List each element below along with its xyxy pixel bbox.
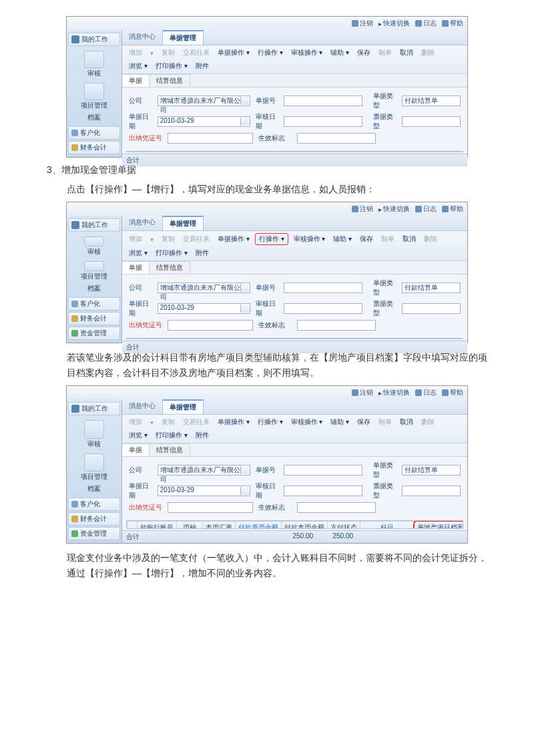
col-origamt[interactable]: 付款原币金额 [241, 152, 287, 153]
log-link[interactable]: 日志 [415, 19, 437, 28]
help-link[interactable]: 帮助 [442, 19, 463, 28]
tab-message-center[interactable]: 消息中心 [122, 216, 163, 230]
col-realestate-highlighted[interactable]: 房地产项目档案 [415, 522, 463, 530]
subtab-doc[interactable]: 单据 [122, 74, 150, 87]
tool-doc-op[interactable]: 单据操作 ▾ [215, 234, 252, 244]
tool-cancel[interactable]: 取消 [397, 47, 416, 58]
tool-aux[interactable]: 辅助 ▾ [330, 234, 354, 244]
audit-icon[interactable] [84, 236, 104, 246]
sidebar-item-project[interactable]: 项目管理 [68, 272, 120, 281]
tool-attach[interactable]: 附件 [193, 248, 212, 258]
col-rate[interactable]: 本币汇率 [208, 152, 241, 153]
sidebar-kehuhua[interactable]: 客户化 [68, 126, 120, 140]
sidebar-caiwu[interactable]: 财务会计 [68, 312, 120, 325]
logout-link[interactable]: 注销 [352, 204, 373, 214]
screenshot-2: 注销 ▸ 快速切换 日志 帮助 我的工作 审核 项目管理 档案 客户化 财务会计… [66, 202, 468, 343]
tool-browse[interactable]: 浏览 ▾ [126, 61, 150, 71]
col-subject[interactable]: 科目 [366, 152, 409, 153]
main-panel: 消息中心 单据管理 增加▾ 复制 交易往来 单据操作 ▾ 行操作 ▾ 审核操作 … [122, 30, 467, 157]
form-area: 公司 增城市通源自来水厂有限公司 单据号 单据类型 付款结算单 单据日期 201… [122, 274, 467, 337]
project-icon[interactable] [84, 261, 104, 271]
sidebar-item-audit[interactable]: 审核 [68, 69, 120, 78]
label-doctype: 单据类型 [373, 91, 396, 110]
sidebar-kehuhua[interactable]: 客户化 [68, 297, 120, 311]
help-link[interactable]: 帮助 [442, 388, 463, 397]
toolbar: 增加▾ 复制 交易往来 单据操作 ▾ 行操作 ▾ 审核操作 ▾ 辅助 ▾ 保存 … [122, 45, 467, 74]
quickswitch-link[interactable]: ▸ 快速切换 [378, 388, 410, 397]
col-realestate[interactable]: 房地产项目档案 [410, 152, 463, 153]
tool-delete: 删除 [421, 234, 440, 244]
tool-trade: 交易往来 [180, 234, 212, 244]
tool-copy[interactable]: 复制 [159, 234, 178, 244]
tool-print[interactable]: 打印操作 ▾ [153, 61, 190, 71]
label-billtype: 票据类型 [373, 112, 396, 131]
sidebar-mywork[interactable]: 我的工作 [68, 402, 120, 415]
logout-link[interactable]: 注销 [352, 388, 373, 397]
quickswitch-link[interactable]: ▸ 快速切换 [378, 204, 410, 214]
book-icon [71, 516, 78, 522]
input-doctype[interactable]: 付款结算单 [402, 96, 461, 106]
sidebar-item-audit[interactable]: 审核 [68, 247, 120, 256]
input-effectflag[interactable] [297, 133, 376, 144]
tool-audit-op[interactable]: 审核操作 ▾ [288, 47, 326, 58]
project-icon[interactable] [84, 83, 104, 100]
tool-make: 制单 [378, 234, 397, 244]
log-link[interactable]: 日志 [415, 388, 437, 397]
toolbar: 增加▾ 复制 交易往来 单据操作 ▾ 行操作 ▾ 审核操作 ▾ 辅助 ▾ 保存 … [122, 231, 467, 261]
col-currency[interactable]: 币种 [182, 152, 208, 153]
sidebar-item-archive[interactable]: 档案 [68, 113, 120, 122]
label-docdate: 单据日期 [129, 112, 152, 131]
sidebar-item-archive[interactable]: 档案 [68, 284, 120, 293]
subtab-settle[interactable]: 结算信息 [150, 74, 190, 87]
tab-message-center[interactable]: 消息中心 [122, 30, 163, 45]
tool-print[interactable]: 打印操作 ▾ [153, 248, 190, 258]
logout-link[interactable]: 注销 [352, 19, 373, 28]
tool-trade: 交易往来 [180, 47, 212, 58]
input-cashierno[interactable] [168, 133, 253, 144]
tool-doc-op[interactable]: 单据操作 ▾ [215, 47, 252, 58]
tool-aux[interactable]: 辅助 ▾ [328, 47, 352, 58]
col-paystat[interactable]: 支付状态 [333, 152, 366, 153]
tool-save[interactable]: 保存 [354, 47, 373, 58]
quickswitch-link[interactable]: ▸ 快速切换 [378, 19, 410, 28]
subtab-doc[interactable]: 单据 [122, 261, 150, 274]
audit-icon[interactable] [84, 420, 104, 439]
sidebar-item-project[interactable]: 项目管理 [68, 101, 120, 110]
titlebar: 注销 ▸ 快速切换 日志 帮助 [67, 17, 467, 30]
input-billtype[interactable] [402, 116, 461, 127]
input-docno[interactable] [284, 96, 362, 106]
project-icon[interactable] [84, 453, 104, 472]
log-link[interactable]: 日志 [415, 204, 437, 214]
subtab-settle[interactable]: 结算信息 [150, 261, 190, 274]
sidebar-mywork[interactable]: 我的工作 [68, 33, 120, 46]
tool-save[interactable]: 保存 [357, 234, 376, 244]
input-company[interactable]: 增城市通源自来水厂有限公司 [158, 96, 250, 106]
help-link[interactable]: 帮助 [442, 204, 463, 214]
tab-doc-manage[interactable]: 单据管理 [163, 216, 204, 230]
tool-cancel[interactable]: 取消 [400, 234, 419, 244]
book-icon [71, 144, 78, 151]
col-localamt[interactable]: 付款本币金额 [287, 152, 333, 153]
sidebar-zijin[interactable]: 资金管理 [68, 327, 120, 340]
col-account[interactable]: 款银行账号 [143, 152, 182, 153]
label-effectflag: 生效标志 [258, 134, 292, 143]
tab-doc-manage[interactable]: 单据管理 [163, 30, 204, 45]
folder-icon [71, 35, 79, 43]
tool-add[interactable]: 增加 [126, 47, 145, 58]
tool-add[interactable]: 增加 [126, 234, 145, 244]
tool-attach[interactable]: 附件 [193, 61, 212, 71]
sum-bar: 合计 [122, 154, 467, 166]
tool-audit-op[interactable]: 审核操作 ▾ [291, 234, 328, 244]
grid-icon [71, 301, 78, 307]
sidebar-caiwu[interactable]: 财务会计 [68, 141, 120, 154]
tool-row-op[interactable]: 行操作 ▾ [255, 47, 286, 58]
sidebar-mywork[interactable]: 我的工作 [68, 218, 120, 232]
sum-bar: 合计 250.00 250.00 [122, 530, 467, 543]
audit-icon[interactable] [84, 51, 104, 68]
input-auditdate[interactable] [284, 116, 362, 127]
tool-row-op-highlighted[interactable]: 行操作 ▾ [255, 233, 288, 245]
input-docdate[interactable]: 2010-03-29 [158, 116, 250, 127]
tool-browse[interactable]: 浏览 ▾ [126, 248, 150, 258]
tool-copy[interactable]: 复制 [159, 47, 178, 58]
grid-header-row: 摘要 往来对象 客商名称 部门 业务员 收支项目 资金计划项目 结算方式 [127, 339, 464, 340]
